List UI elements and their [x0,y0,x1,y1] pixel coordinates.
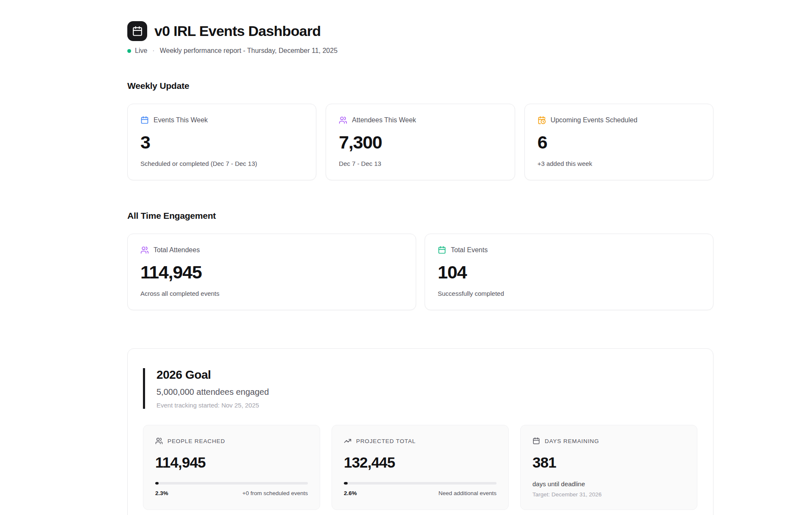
separator-dot: · [151,47,156,55]
card-label: Total Events [451,246,488,254]
goal-tracking-line: Event tracking started: Nov 25, 2025 [156,402,697,409]
stat-card-attendees-this-week: Attendees This Week 7,300 Dec 7 - Dec 13 [326,104,515,180]
card-label: Attendees This Week [352,116,416,124]
card-label: Total Attendees [154,246,200,254]
progress-percent-label: 2.6% [344,490,357,496]
status-line: Live · Weekly performance report - Thurs… [127,47,713,55]
card-label-row: Total Attendees [140,246,403,254]
card-label-row: Attendees This Week [339,116,502,124]
weekly-update-heading: Weekly Update [127,81,713,91]
goal-target-line: 5,000,000 attendees engaged [156,387,697,397]
metric-label: DAYS REMAINING [545,438,599,444]
metric-subtext: days until deadline [532,480,685,487]
users-icon [155,437,163,445]
goal-title: 2026 Goal [156,368,697,382]
progress-percent-label: 2.3% [155,490,168,496]
card-label-row: Upcoming Events Scheduled [538,116,700,124]
calendar-icon [140,116,149,124]
users-icon [339,116,347,124]
progress-row: 2.6% Need additional events [344,490,497,496]
calendar-icon [532,437,540,445]
metric-label-row: DAYS REMAINING [532,437,685,445]
card-subtext: Successfully completed [438,290,700,297]
page-title: v0 IRL Events Dashboard [154,23,321,39]
app-header: v0 IRL Events Dashboard [127,21,713,41]
card-value: 7,300 [339,132,502,153]
dashboard-page: v0 IRL Events Dashboard Live · Weekly pe… [127,0,713,515]
metric-label-row: PROJECTED TOTAL [344,437,497,445]
goal-card-2026: 2026 Goal 5,000,000 attendees engaged Ev… [127,348,713,515]
all-time-heading: All Time Engagement [127,211,713,221]
metric-value: 381 [532,454,685,471]
card-label: Upcoming Events Scheduled [551,116,637,124]
progress-note: Need additional events [439,490,497,496]
progress-row: 2.3% +0 from scheduled events [155,490,308,496]
stat-card-upcoming-events: Upcoming Events Scheduled 6 +3 added thi… [524,104,713,180]
users-icon [140,246,149,254]
metric-card-projected-total: PROJECTED TOTAL 132,445 2.6% Need additi… [332,425,509,510]
card-value: 6 [538,132,700,153]
progress-note: +0 from scheduled events [242,490,308,496]
metric-label: PEOPLE REACHED [167,438,225,444]
progress-fill [344,482,348,485]
metric-label: PROJECTED TOTAL [356,438,416,444]
weekly-cards-grid: Events This Week 3 Scheduled or complete… [127,104,713,180]
card-subtext: +3 added this week [538,160,700,167]
card-label-row: Total Events [438,246,700,254]
metric-label-row: PEOPLE REACHED [155,437,308,445]
card-value: 3 [140,132,303,153]
live-status-dot [127,49,131,53]
metric-target-note: Target: December 31, 2026 [532,491,685,498]
calendar-icon [132,26,143,37]
all-time-cards-grid: Total Attendees 114,945 Across all compl… [127,234,713,310]
stat-card-total-events: Total Events 104 Successfully completed [425,234,713,310]
goal-metrics-grid: PEOPLE REACHED 114,945 2.3% +0 from sche… [143,425,697,510]
card-value: 114,945 [140,262,403,283]
stat-card-events-this-week: Events This Week 3 Scheduled or complete… [127,104,316,180]
live-status-label: Live [135,47,147,55]
metric-card-days-remaining: DAYS REMAINING 381 days until deadline T… [520,425,697,510]
calendar-clock-icon [538,116,546,124]
section-weekly-update: Weekly Update Events This Week 3 Schedul… [127,81,713,180]
metric-value: 132,445 [344,454,497,471]
card-label-row: Events This Week [140,116,303,124]
section-all-time-engagement: All Time Engagement Total Attendees 114,… [127,211,713,310]
goal-header: 2026 Goal 5,000,000 attendees engaged Ev… [143,368,697,409]
card-subtext: Scheduled or completed (Dec 7 - Dec 13) [140,160,303,167]
metric-value: 114,945 [155,454,308,471]
card-subtext: Across all completed events [140,290,403,297]
trending-up-icon [344,437,351,445]
card-value: 104 [438,262,700,283]
stat-card-total-attendees: Total Attendees 114,945 Across all compl… [127,234,416,310]
card-subtext: Dec 7 - Dec 13 [339,160,502,167]
calendar-icon [438,246,446,254]
progress-bar [155,482,308,485]
app-logo [127,21,147,41]
progress-fill [155,482,159,485]
metric-card-people-reached: PEOPLE REACHED 114,945 2.3% +0 from sche… [143,425,320,510]
card-label: Events This Week [154,116,208,124]
report-subtitle: Weekly performance report - Thursday, De… [160,47,337,55]
progress-bar [344,482,497,485]
